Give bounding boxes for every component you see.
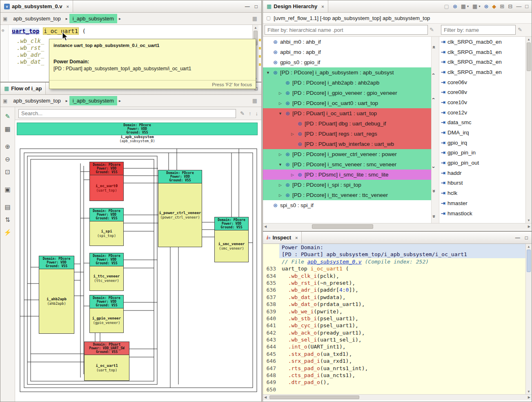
signal-item[interactable]: ⇥clk_SRPG_macb0_en <box>439 37 525 47</box>
tree-row[interactable]: ▷⊛[PD : PDcore] i_oc_uart0 : uart_top <box>263 98 431 108</box>
signal-item[interactable]: ⇥hmastlock <box>439 208 525 219</box>
signal-item[interactable]: ⇥clk_SRPG_macb1_en <box>439 47 525 57</box>
tree-expander-icon[interactable]: ▼ <box>265 71 271 75</box>
tree-expander-icon[interactable]: ▷ <box>290 132 295 136</box>
signal-item[interactable]: ⇥DMA_irq <box>439 127 525 138</box>
scroll-down-arrow-icon[interactable]: ▼ <box>526 390 532 393</box>
swap-view-icon[interactable]: ⇅ <box>3 215 13 224</box>
tree-row[interactable]: ⊛[PD : PDcore] i_ahb2apb : ahb2apb <box>263 78 431 88</box>
scroll-up-page-icon[interactable]: ‹ <box>431 98 437 99</box>
tab-apb-subsystem-0-v[interactable]: v apb_subsystem_0.v × <box>0 0 73 12</box>
file-link[interactable]: apb_subsystem_0.v <box>307 259 362 265</box>
search-input[interactable] <box>18 109 236 118</box>
tree-row[interactable]: ▷⊛[PD : PDcore] i_power_ctrl_veneer : po… <box>263 149 431 159</box>
breadcrumb-apb-subsystem-top[interactable]: apb_subsystem_top <box>10 96 64 105</box>
scroll-down-icon[interactable]: › <box>431 166 437 168</box>
flow-block-i_oc_uart1[interactable]: Domain: PDuartPower: VDD_UART_SWGround: … <box>84 342 129 381</box>
scroll-right-arrow-icon[interactable]: ▶ <box>528 395 530 399</box>
tab-flow[interactable]: ▦ Flow of i_ap <box>0 83 46 94</box>
filter-clear-icon[interactable]: ✎ <box>430 27 434 33</box>
maximize-icon[interactable]: □ <box>525 235 528 241</box>
signal-item[interactable]: ⇥core06v <box>439 77 525 87</box>
maximize-icon[interactable]: □ <box>255 4 258 9</box>
tree-row[interactable]: ⊛[PD : PDuart] dbg : uart_debug_if <box>263 118 431 129</box>
search-next-icon[interactable]: ↓ <box>256 110 258 116</box>
scroll-up-icon[interactable]: ‹ <box>431 73 437 75</box>
expand-all-icon[interactable]: ⊞ <box>500 3 504 9</box>
highlight-icon[interactable]: ✎ <box>240 110 245 116</box>
tree-row[interactable]: ⊛gpio_s0 : gpio_if <box>263 57 431 67</box>
module-keyword[interactable]: uart_top <box>12 28 39 34</box>
signal-item[interactable]: ⇥hmaster <box>439 198 525 208</box>
signal-item[interactable]: ⇥hclk <box>439 188 525 198</box>
tree-expander-icon[interactable]: ▷ <box>278 193 283 197</box>
scrollbar-thumb[interactable] <box>269 395 359 399</box>
inspect-horizontal-scrollbar[interactable]: ◀ ▶ <box>263 394 532 400</box>
tree-expander-icon[interactable]: ▷ <box>278 91 283 95</box>
highlight-icon[interactable]: ◆ <box>492 3 496 9</box>
signal-item[interactable]: ⇥hburst <box>439 178 525 188</box>
breadcrumb-i-apb-subsystem[interactable]: i_apb_subsystem <box>69 96 117 105</box>
dropdown-arrow-icon[interactable]: ▾ <box>467 4 469 8</box>
signal-item[interactable]: ⇥haddr <box>439 168 525 178</box>
fold-collapse-icon[interactable]: ⊖ <box>2 28 4 33</box>
minimize-icon[interactable]: — <box>245 4 250 9</box>
tree-expander-icon[interactable]: ▷ <box>278 152 283 156</box>
scroll-to-bottom-icon[interactable]: » <box>431 215 437 218</box>
tree-expander-icon[interactable]: ▷ <box>278 101 283 105</box>
flow-diagram-canvas[interactable]: Domain: PDcore Power: VDD Ground: VSS i_… <box>15 120 261 402</box>
scroll-up-arrow-icon[interactable]: ▲ <box>526 245 532 248</box>
scroll-left-arrow-icon[interactable]: ◀ <box>264 395 267 399</box>
tree-row[interactable]: ▼⊛[PD : PDcore] i_apb_subsystem : apb_su… <box>263 67 431 78</box>
tree-row[interactable]: ⊛spi_s0 : spi_if <box>263 200 431 210</box>
flow-block-i_oc_uart0[interactable]: Domain: PDcorePower: VDDGround: VSSi_oc_… <box>89 162 124 201</box>
tree-expander-icon[interactable]: ▷ <box>290 173 295 177</box>
tree-expander-icon[interactable]: ▼ <box>278 112 283 116</box>
minimize-icon[interactable]: — <box>516 3 521 9</box>
close-tab-icon[interactable]: × <box>295 235 298 240</box>
minimize-icon[interactable]: — <box>515 235 520 241</box>
flow-block-i_ttc_veneer[interactable]: Domain: PDcorePower: VDDGround: VSSi_ttc… <box>89 253 124 291</box>
hierarchy-tree[interactable]: ⊛ahbi_m0 : ahb_if⊛apbi_mo : apb_if⊛gpio_… <box>263 37 431 223</box>
tree-row[interactable]: ⊛ahbi_m0 : ahb_if <box>263 37 431 47</box>
tree-row[interactable]: ⊛[PD : PDuart] wb_interface : uart_wb <box>263 139 431 149</box>
hierarchy-horizontal-scrollbar[interactable]: ◀ ▶ <box>263 223 532 230</box>
close-tab-icon[interactable]: × <box>67 4 69 9</box>
trace-icon[interactable]: ⚡ <box>3 228 13 237</box>
properties-icon[interactable]: ▢ <box>444 3 449 9</box>
grid-view-icon[interactable]: ▦ <box>3 125 13 134</box>
signal-item[interactable]: ⇥clk_SRPG_macb3_en <box>439 67 525 77</box>
zoom-out-icon[interactable]: ⊖ <box>3 155 13 164</box>
edit-diagram-icon[interactable]: ✎ <box>3 112 13 121</box>
signal-item[interactable]: ⇥gpio_irq <box>439 138 525 148</box>
tree-row[interactable]: ▼⊛[PD : PDuart] i_oc_uart1 : uart_top <box>263 108 431 118</box>
signal-item[interactable]: ⇥gpio_pin_out <box>439 158 525 168</box>
flow-block-i_spi[interactable]: Domain: PDcorePower: VDDGround: VSSi_spi… <box>89 208 124 246</box>
breadcrumb-i-apb-subsystem[interactable]: i_apb_subsystem <box>69 14 117 23</box>
signal-item[interactable]: ⇥data_smc <box>439 118 525 128</box>
tree-expander-icon[interactable]: ▼ <box>278 163 283 167</box>
signal-item[interactable]: ⇥clk_SRPG_macb2_en <box>439 57 525 67</box>
column-select-icon[interactable]: ▦ <box>472 3 477 9</box>
flow-block-i_power_ctrl_veneer[interactable]: Domain: PDcorePower: VDDGround: VSSi_pow… <box>158 170 202 247</box>
scroll-left-arrow-icon[interactable]: ◀ <box>264 225 267 228</box>
flow-block-i_gpio_veneer[interactable]: Domain: PDcorePower: VDDGround: VSSi_gpi… <box>89 295 124 333</box>
close-tab-icon[interactable]: × <box>321 4 324 9</box>
tab-inspect[interactable]: i≡ Inspect × <box>263 232 302 243</box>
zoom-fit-icon[interactable]: ⊡ <box>3 168 13 176</box>
flow-block-i_ahb2apb[interactable]: Domain: PDcorePower: VDDGround: VSSi_ahb… <box>39 256 74 334</box>
tab-design-hierarchy[interactable]: ▦ Design Hierarchy × <box>263 0 328 12</box>
zoom-in-icon[interactable]: ⊕ <box>3 142 13 151</box>
collapse-all-icon[interactable]: ⊟ <box>508 3 512 9</box>
scroll-down-arrow-icon[interactable]: ▼ <box>526 219 532 222</box>
tree-row[interactable]: ▷⊛[PD : PDcore] i_spi : spi_top <box>263 180 431 190</box>
scroll-right-arrow-icon[interactable]: ▶ <box>528 225 530 228</box>
layout-grid-icon[interactable]: ▦ <box>252 98 257 104</box>
inspect-vertical-scrollbar[interactable]: ▲ ▼ <box>525 244 532 394</box>
scroll-to-top-icon[interactable]: « <box>431 46 437 49</box>
instance-occurrence[interactable]: i_oc_uart1 <box>43 27 79 35</box>
signal-item[interactable]: ⇥core12v <box>439 107 525 118</box>
scroll-up-arrow-icon[interactable]: ▲ <box>253 26 258 29</box>
save-icon[interactable]: ▣ <box>3 185 13 194</box>
hierarchical-name-filter-input[interactable] <box>265 25 428 35</box>
